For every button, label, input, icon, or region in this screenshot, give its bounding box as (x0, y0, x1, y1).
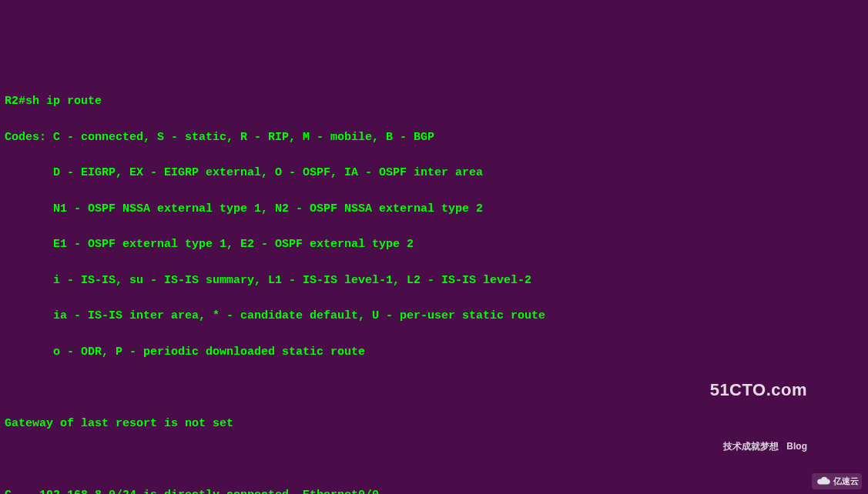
watermark-brand: 51CTO.com (710, 377, 807, 403)
watermark-group: 51CTO.com 技术成就梦想 Blog 亿速云 (710, 342, 862, 489)
terminal-line: N1 - OSPF NSSA external type 1, N2 - OSP… (5, 200, 863, 218)
terminal-line: R2#sh ip route (5, 92, 863, 110)
watermark-yisu: 亿速云 (812, 473, 862, 489)
watermark-cloud-text: 亿速云 (833, 475, 859, 488)
terminal-line: ia - IS-IS inter area, * - candidate def… (5, 307, 863, 325)
terminal-line: E1 - OSPF external type 1, E2 - OSPF ext… (5, 235, 863, 253)
terminal-line: D - EIGRP, EX - EIGRP external, O - OSPF… (5, 164, 863, 182)
terminal-line: i - IS-IS, su - IS-IS summary, L1 - IS-I… (5, 272, 863, 289)
watermark-51cto: 51CTO.com 技术成就梦想 Blog (710, 342, 807, 489)
cloud-icon (815, 476, 832, 486)
watermark-subtext: 技术成就梦想 Blog (710, 439, 807, 454)
terminal-line: Codes: C - connected, S - static, R - RI… (5, 129, 863, 146)
